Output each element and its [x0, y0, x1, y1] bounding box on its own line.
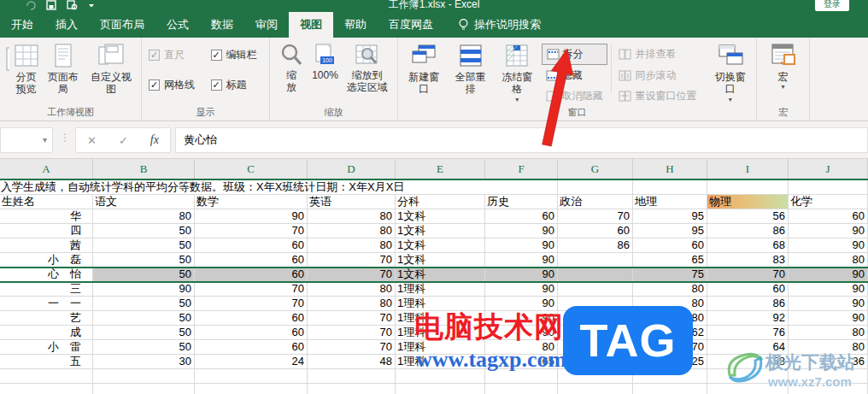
- cell[interactable]: [195, 384, 308, 394]
- cell[interactable]: 80: [308, 282, 396, 297]
- cell[interactable]: 86: [707, 297, 789, 311]
- cell[interactable]: 茜: [0, 238, 93, 253]
- cell[interactable]: 小 雷: [0, 340, 93, 355]
- cell[interactable]: 95: [633, 209, 707, 224]
- cell[interactable]: 80: [308, 224, 396, 238]
- cell[interactable]: 70: [308, 311, 396, 326]
- col-header-C[interactable]: C: [195, 159, 308, 179]
- col-header-D[interactable]: D: [308, 159, 396, 179]
- ribbon-tab-4[interactable]: 数据: [200, 12, 244, 38]
- table-row[interactable]: 小 磊5060701文科90658380: [0, 253, 868, 268]
- ribbon-tab-8[interactable]: 百度网盘: [378, 12, 444, 38]
- cell[interactable]: 50: [93, 224, 195, 238]
- cell[interactable]: 政治: [558, 195, 633, 209]
- freeze-panes-button[interactable]: 冻结窗格 ▾: [495, 41, 540, 107]
- col-header-G[interactable]: G: [558, 159, 633, 179]
- insert-function-icon[interactable]: fx: [150, 133, 159, 147]
- cell[interactable]: 86: [558, 238, 633, 253]
- cell[interactable]: 数学: [195, 195, 308, 209]
- custom-views-button[interactable]: 自定义视图: [85, 41, 138, 107]
- cell[interactable]: 30: [93, 355, 195, 369]
- cell[interactable]: [396, 384, 485, 394]
- cell[interactable]: 80: [633, 282, 707, 297]
- zoom-button[interactable]: 缩 放: [277, 41, 306, 107]
- cell[interactable]: 小 磊: [0, 253, 93, 268]
- cell[interactable]: 50: [93, 326, 195, 340]
- cell[interactable]: 1文科: [396, 224, 485, 238]
- cell[interactable]: 65: [633, 253, 707, 268]
- page-break-preview-button[interactable]: 分页 预览: [11, 41, 42, 107]
- cell[interactable]: 83: [707, 253, 789, 268]
- cell[interactable]: 物理: [707, 195, 789, 209]
- zoom-to-selection-button[interactable]: 缩放到 选定区域: [344, 41, 390, 107]
- cell[interactable]: 70: [707, 268, 789, 282]
- cell[interactable]: 英语: [308, 195, 396, 209]
- col-header-J[interactable]: J: [789, 159, 868, 179]
- cell[interactable]: 90: [789, 297, 868, 311]
- cell[interactable]: [558, 253, 633, 268]
- cell[interactable]: 60: [789, 209, 868, 224]
- cell[interactable]: 分科: [396, 195, 485, 209]
- cell[interactable]: 90: [789, 268, 868, 282]
- ribbon-tab-1[interactable]: 插入: [44, 12, 89, 38]
- cell[interactable]: 60: [195, 311, 308, 326]
- cell[interactable]: 艺: [0, 311, 93, 326]
- gridlines-checkbox[interactable]: ✓网格线: [149, 78, 199, 92]
- cell[interactable]: 历史: [485, 195, 558, 209]
- col-header-A[interactable]: A: [0, 159, 93, 179]
- cell[interactable]: 92: [707, 311, 789, 326]
- cell[interactable]: 生姓名: [0, 195, 93, 209]
- cell[interactable]: 90: [485, 268, 558, 282]
- cell[interactable]: [308, 369, 396, 384]
- cell[interactable]: 化学: [789, 195, 868, 209]
- col-header-I[interactable]: I: [707, 159, 789, 179]
- cell[interactable]: 90: [789, 311, 868, 326]
- switch-windows-button[interactable]: 切换窗口 ▾: [707, 41, 753, 107]
- cell[interactable]: 70: [308, 253, 396, 268]
- table-row[interactable]: 华8090801文科6070955660: [0, 209, 868, 224]
- cell[interactable]: 90: [485, 224, 558, 238]
- ribbon-tab-5[interactable]: 审阅: [244, 12, 289, 38]
- cell[interactable]: 入学生成绩，自动统计学科的平均分等数据。班级：X年X班统计日期：X年X月X日: [0, 180, 485, 195]
- arrange-all-button[interactable]: 全部重排: [449, 41, 494, 107]
- cell[interactable]: [485, 180, 558, 195]
- col-header-H[interactable]: H: [633, 159, 707, 179]
- cell[interactable]: [93, 369, 195, 384]
- cell[interactable]: 70: [195, 282, 308, 297]
- table-row[interactable]: 四5070801文科9060958690: [0, 224, 868, 238]
- ribbon-tab-3[interactable]: 公式: [155, 12, 200, 38]
- table-row[interactable]: 茜5060801文科9086606890: [0, 238, 868, 253]
- cell[interactable]: 90: [485, 253, 558, 268]
- cell[interactable]: 75: [633, 268, 707, 282]
- cell[interactable]: 70: [195, 224, 308, 238]
- cut-off-button[interactable]: [3, 46, 9, 107]
- cell[interactable]: 90: [789, 282, 868, 297]
- name-box-dropdown-icon[interactable]: ▾: [43, 135, 47, 144]
- cell[interactable]: [93, 384, 195, 394]
- cell[interactable]: 70: [195, 297, 308, 311]
- cell[interactable]: [558, 384, 633, 394]
- cell[interactable]: 50: [93, 340, 195, 355]
- enter-icon[interactable]: ✓: [119, 134, 128, 147]
- cell[interactable]: [485, 384, 558, 394]
- split-button[interactable]: 拆分: [542, 44, 607, 65]
- formula-input[interactable]: 黄心怡: [175, 127, 868, 153]
- cell[interactable]: 心 怡: [0, 268, 93, 282]
- cell[interactable]: 一 一: [0, 297, 93, 311]
- cell[interactable]: 1文科: [396, 238, 485, 253]
- cell[interactable]: 90: [789, 238, 868, 253]
- cell[interactable]: 50: [93, 297, 195, 311]
- cell[interactable]: 95: [633, 224, 707, 238]
- cell[interactable]: [0, 384, 93, 394]
- cell[interactable]: 56: [707, 209, 789, 224]
- tell-me-search[interactable]: 操作说明搜索: [458, 12, 541, 38]
- ribbon-tab-0[interactable]: 开始: [0, 12, 44, 38]
- cell[interactable]: 50: [93, 253, 195, 268]
- cell[interactable]: 1文科: [396, 209, 485, 224]
- cell[interactable]: [633, 180, 707, 195]
- cell[interactable]: 86: [707, 224, 789, 238]
- col-header-F[interactable]: F: [485, 159, 558, 179]
- cell[interactable]: 80: [93, 209, 195, 224]
- cell[interactable]: [558, 282, 633, 297]
- cell[interactable]: 50: [93, 268, 195, 282]
